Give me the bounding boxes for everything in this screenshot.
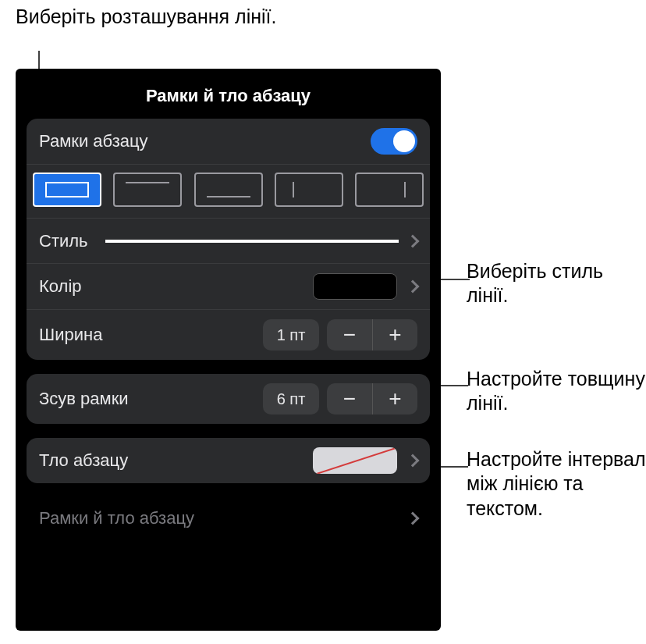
border-pos-left[interactable] — [275, 173, 343, 207]
border-offset-stepper: − + — [327, 383, 417, 415]
chevron-right-icon — [406, 234, 420, 247]
line-width-label: Ширина — [39, 325, 102, 345]
border-offset-value: 6 пт — [263, 383, 319, 415]
paragraph-bg-row[interactable]: Тло абзацу — [27, 438, 430, 483]
borders-toggle[interactable] — [371, 128, 417, 155]
callout-line-width: Настройте товщину лінії. — [467, 367, 646, 416]
paragraph-bg-label: Тло абзацу — [39, 450, 128, 471]
borders-group: Рамки абзацу Стиль Колір Ширина 1 пт — [27, 119, 430, 360]
paragraph-borders-panel: Рамки й тло абзацу Рамки абзацу Стиль Ко… — [16, 69, 441, 631]
border-offset-increment[interactable]: + — [372, 383, 417, 415]
line-width-increment[interactable]: + — [372, 319, 417, 350]
line-color-swatch — [313, 273, 397, 300]
line-width-value: 1 пт — [263, 319, 319, 350]
border-offset-row: Зсув рамки 6 пт − + — [27, 374, 430, 424]
line-color-row[interactable]: Колір — [27, 263, 430, 309]
border-position-segmented — [27, 164, 430, 218]
callout-line-style: Виберіть стиль лінії. — [467, 259, 646, 308]
callout-line-position: Виберіть розташування лінії. — [16, 5, 276, 29]
chevron-right-icon — [406, 280, 420, 294]
line-width-stepper: − + — [327, 319, 417, 350]
line-style-label: Стиль — [39, 231, 88, 251]
line-width-row: Ширина 1 пт − + — [27, 309, 430, 360]
line-color-label: Колір — [39, 276, 82, 297]
borders-toggle-row: Рамки абзацу — [27, 119, 430, 164]
border-pos-all[interactable] — [33, 173, 101, 207]
callout-line-offset: Настройте інтервал між лінією та текстом… — [467, 447, 646, 521]
paragraph-bg-swatch — [313, 447, 397, 474]
offset-group: Зсув рамки 6 пт − + — [27, 374, 430, 424]
border-offset-label: Зсув рамки — [39, 389, 129, 409]
line-width-decrement[interactable]: − — [327, 319, 372, 350]
chevron-right-icon — [406, 454, 420, 468]
borders-toggle-label: Рамки абзацу — [39, 131, 148, 151]
background-group: Тло абзацу — [27, 438, 430, 483]
border-pos-top[interactable] — [113, 173, 182, 207]
chevron-right-icon — [406, 512, 420, 525]
borders-background-collapsed-label: Рамки й тло абзацу — [39, 508, 194, 528]
line-style-preview — [105, 240, 399, 243]
borders-background-collapsed-row[interactable]: Рамки й тло абзацу — [16, 497, 441, 539]
border-offset-decrement[interactable]: − — [327, 383, 372, 415]
border-pos-bottom[interactable] — [194, 173, 263, 207]
line-style-row[interactable]: Стиль — [27, 218, 430, 263]
border-pos-right[interactable] — [355, 173, 424, 207]
panel-title: Рамки й тло абзацу — [16, 69, 441, 119]
